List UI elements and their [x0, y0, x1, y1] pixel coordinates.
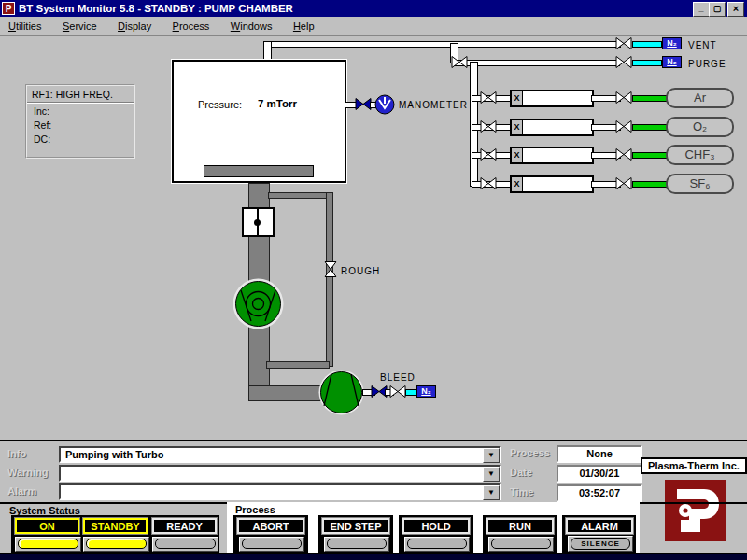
info-dropdown[interactable]: Pumping with Turbo ▼ — [59, 446, 501, 463]
sf6-tank-valve-icon[interactable] — [615, 177, 632, 189]
alarm-label: Alarm — [7, 485, 36, 497]
hold-indicator — [404, 537, 470, 552]
rough-label: ROUGH — [341, 266, 380, 276]
rf1-ref-label: Ref: — [27, 117, 134, 131]
on-button[interactable]: ON — [15, 518, 79, 534]
date-label: Date — [510, 467, 532, 478]
rf1-panel: RF1: HIGH FREQ. Inc: Ref: DC: — [25, 84, 135, 159]
abort-indicator — [239, 537, 304, 552]
purge-label: PURGE — [688, 59, 726, 69]
mfc-x-icon: X — [512, 120, 523, 134]
process-group-title: Process — [235, 504, 275, 515]
gas-pipe-green — [632, 152, 669, 159]
on-indicator — [15, 537, 81, 552]
chf3-inlet-valve-icon[interactable] — [480, 148, 497, 161]
hold-button[interactable]: HOLD — [402, 518, 470, 534]
rough-branch-pipe — [268, 192, 333, 199]
manometer-label: MANOMETER — [399, 100, 468, 110]
rf1-inc-label: Inc: — [27, 103, 134, 117]
time-label: Time — [510, 486, 533, 497]
menu-windows[interactable]: Windows — [222, 17, 281, 35]
turbo-pump-icon[interactable] — [232, 277, 285, 330]
mfc-x-icon: X — [512, 177, 523, 191]
rough-valve-icon[interactable] — [322, 263, 335, 280]
vent-n2-source-icon: N₂ — [662, 37, 682, 49]
ar-inlet-valve-icon[interactable] — [480, 91, 497, 104]
foreline-pipe — [248, 385, 325, 401]
o2-tank: O₂ — [666, 117, 734, 137]
title-bar: P BT System Monitor 5.8 - STANDBY : PUMP… — [0, 0, 747, 17]
manometer-gauge-icon — [374, 94, 395, 115]
gas-pipe-green — [632, 95, 669, 102]
o2-inlet-valve-icon[interactable] — [480, 120, 497, 133]
vent-label: VENT — [688, 40, 717, 50]
dropdown-arrow-icon[interactable]: ▼ — [483, 485, 500, 500]
ar-tank-valve-icon[interactable] — [615, 91, 632, 104]
window-title: BT System Monitor 5.8 - STANDBY : PUMP C… — [19, 3, 293, 14]
alarm-button[interactable]: ALARM — [566, 518, 633, 534]
plasma-therm-logo-icon — [665, 480, 726, 541]
purge-n2-pipe — [632, 60, 662, 66]
rf1-title: RF1: HIGH FREQ. — [27, 86, 134, 103]
bleed-label: BLEED — [380, 372, 416, 383]
menu-help[interactable]: Help — [285, 17, 323, 35]
date-value: 01/30/21 — [557, 465, 642, 483]
vent-valve-icon[interactable] — [615, 37, 632, 49]
screen-edge — [0, 554, 747, 560]
warning-label: Warning — [7, 467, 49, 478]
menu-process[interactable]: Process — [164, 17, 218, 35]
divider — [0, 440, 747, 441]
ready-button[interactable]: READY — [152, 518, 217, 534]
time-value: 03:52:07 — [557, 484, 642, 502]
warning-dropdown[interactable]: ▼ — [59, 465, 501, 482]
end-step-button[interactable]: END STEP — [322, 518, 389, 534]
maximize-button[interactable]: ▢ — [709, 2, 726, 17]
dropdown-arrow-icon[interactable]: ▼ — [483, 467, 500, 482]
vent-n2-pipe — [632, 41, 662, 48]
menu-utilities[interactable]: Utilities — [0, 17, 49, 35]
purge-inlet-valve-icon[interactable] — [451, 56, 468, 68]
standby-indicator — [83, 537, 149, 552]
chamber-top-pipe — [263, 41, 272, 62]
dropdown-arrow-icon[interactable]: ▼ — [483, 448, 500, 463]
process-value: None — [557, 445, 642, 463]
gas-pipe-green — [632, 181, 669, 188]
purge-n2-source-icon: N₂ — [662, 56, 682, 68]
menu-service[interactable]: Service — [54, 17, 106, 35]
purge-valve-icon[interactable] — [615, 56, 632, 68]
o2-mfc[interactable]: X — [510, 119, 594, 136]
app-window: P BT System Monitor 5.8 - STANDBY : PUMP… — [0, 0, 747, 560]
ar-mfc[interactable]: X — [510, 90, 594, 107]
alarm-dropdown[interactable]: ▼ — [59, 483, 501, 500]
sf6-tank: SF₆ — [666, 174, 734, 194]
chf3-tank: CHF₃ — [666, 145, 734, 165]
bleed-valve-icon[interactable] — [389, 385, 406, 398]
menu-bar: Utilities Service Display Process Window… — [0, 17, 747, 36]
o2-tank-valve-icon[interactable] — [615, 120, 632, 133]
gate-valve-icon[interactable] — [242, 207, 275, 237]
info-label: Info — [7, 448, 26, 459]
pressure-value: 7 mTorr — [258, 98, 297, 109]
silence-indicator[interactable]: SILENCE — [568, 536, 633, 552]
chf3-tank-valve-icon[interactable] — [615, 148, 632, 161]
end-step-indicator — [324, 537, 389, 552]
process-field-label: Process — [510, 447, 550, 458]
rough-return-pipe — [266, 361, 330, 369]
pressure-label: Pressure: — [198, 99, 242, 110]
silence-button[interactable]: SILENCE — [571, 538, 630, 550]
abort-button[interactable]: ABORT — [237, 518, 304, 534]
rf1-dc-label: DC: — [27, 131, 134, 145]
run-button[interactable]: RUN — [486, 518, 554, 534]
roughing-pump-icon[interactable] — [317, 369, 365, 416]
ar-tank: Ar — [666, 88, 734, 108]
minimize-button[interactable]: _ — [693, 2, 710, 17]
close-button[interactable]: × — [727, 2, 744, 17]
sf6-mfc[interactable]: X — [510, 175, 594, 193]
chf3-mfc[interactable]: X — [510, 147, 594, 164]
sf6-inlet-valve-icon[interactable] — [480, 177, 497, 189]
run-indicator — [488, 537, 554, 552]
menu-display[interactable]: Display — [109, 17, 160, 35]
app-logo-icon: P — [2, 2, 15, 15]
mfc-x-icon: X — [512, 91, 523, 105]
standby-button[interactable]: STANDBY — [83, 518, 148, 534]
